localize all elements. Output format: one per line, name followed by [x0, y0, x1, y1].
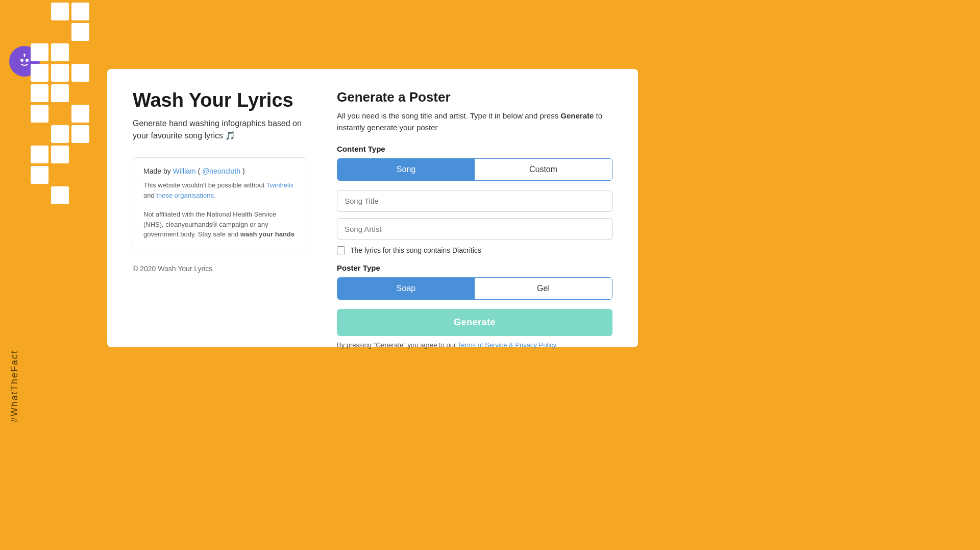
svg-rect-17: [71, 105, 89, 123]
tos-prefix: By pressing "Generate" you agree to our: [337, 341, 458, 349]
poster-type-toggle-group: Soap Gel: [337, 277, 612, 300]
content-type-label: Content Type: [337, 145, 612, 153]
svg-rect-18: [71, 125, 89, 143]
organisations-link[interactable]: these organisations.: [156, 192, 215, 199]
right-panel: Generate a Poster All you need is the so…: [337, 89, 612, 327]
svg-rect-10: [31, 64, 48, 82]
tos-text: By pressing "Generate" you agree to our …: [337, 341, 612, 349]
svg-rect-12: [71, 64, 89, 82]
diacritics-checkbox[interactable]: [337, 246, 345, 254]
logo-shape: [15, 0, 102, 220]
twinhelix-link[interactable]: Twinhelix: [266, 181, 293, 189]
section-desc: All you need is the song title and artis…: [337, 110, 612, 133]
svg-rect-8: [51, 43, 69, 61]
info-box: Made by William ( @neoncloth ) This webs…: [133, 157, 306, 249]
svg-rect-15: [31, 105, 48, 123]
diacritics-label: The lyrics for this song contains Diacri…: [350, 246, 481, 254]
svg-rect-9: [31, 43, 48, 61]
tos-link[interactable]: Terms of Service & Privacy Policy.: [458, 341, 558, 349]
poster-type-soap-button[interactable]: Soap: [337, 278, 475, 299]
app-title: Wash Your Lyrics: [133, 89, 306, 111]
content-type-toggle-group: Song Custom: [337, 158, 612, 181]
main-card: Wash Your Lyrics Generate hand washing i…: [107, 69, 638, 347]
svg-rect-16: [51, 125, 69, 143]
left-panel: Wash Your Lyrics Generate hand washing i…: [133, 89, 306, 327]
poster-type-label: Poster Type: [337, 264, 612, 272]
wash-hands-text: wash your hands: [240, 230, 295, 238]
author-handle-link[interactable]: @neoncloth: [202, 167, 240, 175]
section-desc-text1: All you need is the song title and artis…: [337, 111, 560, 120]
content-type-song-button[interactable]: Song: [337, 159, 475, 180]
svg-rect-5: [51, 3, 69, 20]
nhs-disclaimer: Not affiliated with the National Health …: [143, 209, 296, 240]
made-by-prefix: Made by: [143, 167, 173, 175]
svg-rect-20: [31, 146, 48, 163]
svg-rect-22: [51, 186, 69, 204]
section-desc-bold: Generate: [560, 111, 594, 120]
svg-rect-7: [71, 23, 89, 41]
song-title-input[interactable]: [337, 190, 612, 212]
author-link[interactable]: William: [173, 167, 196, 175]
svg-rect-19: [51, 146, 69, 163]
poster-type-gel-button[interactable]: Gel: [475, 278, 612, 299]
copyright-text: © 2020 Wash Your Lyrics: [133, 265, 306, 273]
vertical-brand-text: #WhatTheFact: [9, 350, 20, 422]
disclaimer-text: This website wouldn't be possible withou…: [143, 180, 296, 200]
left-brand-panel: #WhatTheFact: [0, 0, 102, 550]
svg-rect-21: [31, 166, 48, 184]
song-artist-input[interactable]: [337, 218, 612, 240]
made-by-text: Made by William ( @neoncloth ): [143, 167, 296, 175]
content-type-custom-button[interactable]: Custom: [475, 159, 612, 180]
svg-rect-13: [51, 84, 69, 102]
diacritics-row: The lyrics for this song contains Diacri…: [337, 246, 612, 254]
svg-rect-14: [31, 84, 48, 102]
app-subtitle: Generate hand washing infographics based…: [133, 117, 306, 142]
section-title: Generate a Poster: [337, 89, 612, 105]
svg-rect-6: [71, 3, 89, 20]
svg-rect-11: [51, 64, 69, 82]
generate-button[interactable]: Generate: [337, 309, 612, 336]
